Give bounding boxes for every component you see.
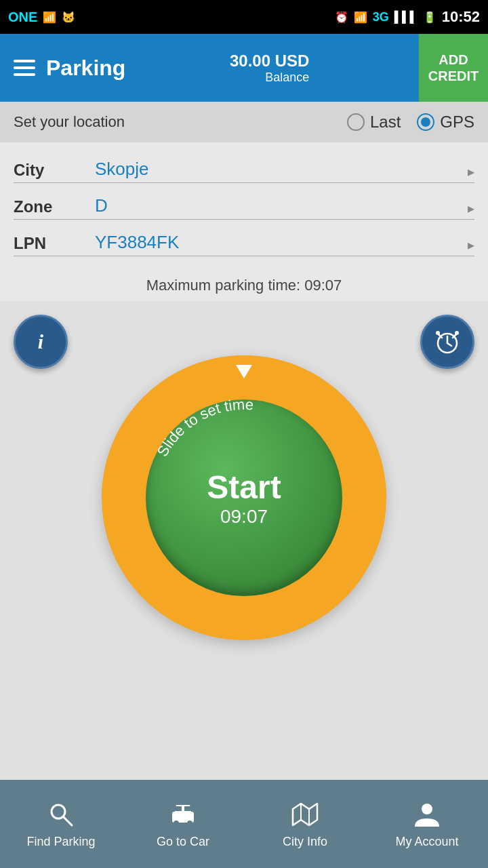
signal-icon: 📶: [43, 11, 56, 24]
city-info-label: City Info: [283, 835, 327, 849]
lpn-label: LPN: [14, 234, 95, 253]
add-credit-button[interactable]: ADD CREDIT: [419, 34, 488, 102]
network-type: 3G: [373, 10, 389, 24]
info-button[interactable]: i: [14, 315, 68, 369]
bottom-nav: Find Parking Go to Car City Info My Acco…: [0, 780, 488, 868]
zone-value: D: [95, 195, 468, 216]
start-time-value: 09:07: [220, 506, 268, 528]
nav-find-parking[interactable]: Find Parking: [0, 800, 122, 849]
max-time-display: Maximum parking time: 09:07: [0, 266, 488, 301]
app-header: Parking 30.00 USD Balance ADD CREDIT: [0, 34, 488, 102]
last-radio-button[interactable]: [347, 113, 365, 131]
app-title: Parking: [46, 56, 125, 81]
find-parking-label: Find Parking: [26, 835, 95, 849]
status-bar: ONE 📶 🐱 ⏰ 📶 3G ▌▌▌ 🔋 10:52: [0, 0, 488, 34]
map-icon: [290, 800, 320, 829]
start-label: Start: [207, 469, 281, 506]
nav-city-info[interactable]: City Info: [244, 800, 366, 849]
city-arrow-icon: ▸: [468, 163, 474, 180]
city-field-row[interactable]: City Skopje ▸: [14, 149, 474, 183]
svg-point-5: [436, 331, 440, 335]
info-icon: i: [38, 330, 43, 353]
timer-area: i Slide to s: [0, 301, 488, 830]
battery-icon: 🔋: [423, 11, 436, 24]
svg-rect-15: [184, 806, 191, 811]
svg-line-9: [63, 816, 72, 825]
lpn-value: YF3884FK: [95, 232, 468, 253]
car-icon: [168, 800, 198, 829]
lpn-arrow-icon: ▸: [468, 237, 474, 253]
balance-amount: 30.00 USD: [230, 52, 309, 71]
svg-point-13: [187, 821, 192, 826]
svg-rect-14: [175, 806, 182, 811]
zone-arrow-icon: ▸: [468, 200, 474, 216]
form-section: City Skopje ▸ Zone D ▸ LPN YF3884FK ▸: [0, 142, 488, 266]
gps-radio-button[interactable]: [417, 113, 434, 131]
balance-label: Balance: [230, 71, 309, 85]
signal-bars-icon: ▌▌▌: [394, 11, 418, 23]
go-to-car-label: Go to Car: [157, 835, 209, 849]
svg-point-6: [455, 331, 459, 335]
status-time: 10:52: [442, 8, 480, 26]
cat-icon: 🐱: [62, 11, 75, 24]
lpn-field-row[interactable]: LPN YF3884FK ▸: [14, 222, 474, 256]
alarm-button[interactable]: [420, 315, 474, 369]
last-radio-option[interactable]: Last: [347, 113, 401, 132]
carrier-text: ONE: [8, 9, 37, 25]
start-button[interactable]: Start 09:07: [146, 399, 342, 596]
gps-radio-option[interactable]: GPS: [417, 113, 474, 132]
max-time-text: Maximum parking time: 09:07: [146, 277, 342, 294]
zone-label: Zone: [14, 197, 95, 216]
last-radio-label: Last: [370, 113, 401, 132]
svg-line-2: [447, 343, 451, 346]
timer-ring[interactable]: Slide to set time Start 09:07: [102, 355, 386, 640]
svg-point-12: [174, 821, 179, 826]
timer-container: Slide to set time Start 09:07: [102, 355, 386, 640]
side-buttons: i: [14, 315, 474, 369]
menu-button[interactable]: [14, 60, 35, 76]
wifi-icon: 📶: [354, 11, 367, 24]
my-account-label: My Account: [395, 835, 458, 849]
city-value: Skopje: [95, 159, 468, 180]
nav-go-to-car[interactable]: Go to Car: [122, 800, 244, 849]
zone-field-row[interactable]: Zone D ▸: [14, 186, 474, 220]
svg-point-19: [422, 804, 432, 814]
svg-marker-16: [293, 804, 317, 825]
search-icon: [46, 800, 76, 829]
balance-display: 30.00 USD Balance: [230, 52, 314, 85]
gps-radio-label: GPS: [440, 113, 474, 132]
nav-my-account[interactable]: My Account: [366, 800, 488, 849]
city-label: City: [14, 161, 95, 180]
location-label: Set your location: [14, 113, 125, 131]
alarm-status-icon: ⏰: [335, 11, 348, 24]
alarm-clock-icon: [432, 327, 462, 357]
account-icon: [412, 800, 442, 829]
location-bar: Set your location Last GPS: [0, 102, 488, 142]
